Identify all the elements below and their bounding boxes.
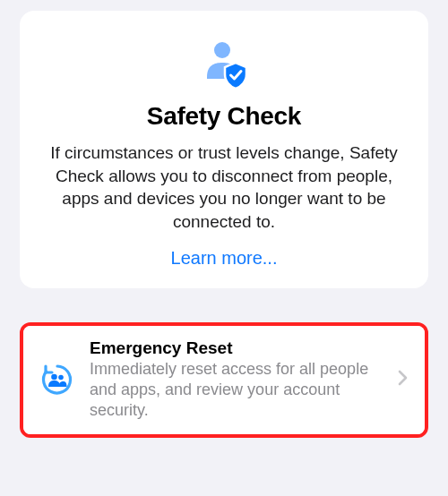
emergency-reset-subtitle: Immediately reset access for all people … (90, 359, 398, 422)
emergency-reset-text: Emergency Reset Immediately reset access… (90, 338, 398, 422)
chevron-right-icon (398, 370, 416, 389)
svg-point-2 (58, 375, 64, 381)
page-description: If circumstances or trust levels change,… (38, 141, 410, 234)
emergency-reset-highlight: Emergency Reset Immediately reset access… (20, 322, 428, 438)
page-title: Safety Check (38, 102, 410, 131)
svg-point-0 (214, 42, 230, 58)
svg-point-1 (51, 374, 57, 381)
emergency-reset-title: Emergency Reset (90, 338, 398, 358)
safety-check-card: Safety Check If circumstances or trust l… (20, 11, 428, 288)
person-shield-icon (38, 38, 410, 90)
reset-people-icon (36, 361, 79, 398)
spacer (20, 288, 428, 322)
learn-more-link[interactable]: Learn more... (171, 248, 278, 269)
emergency-reset-row[interactable]: Emergency Reset Immediately reset access… (23, 326, 425, 434)
